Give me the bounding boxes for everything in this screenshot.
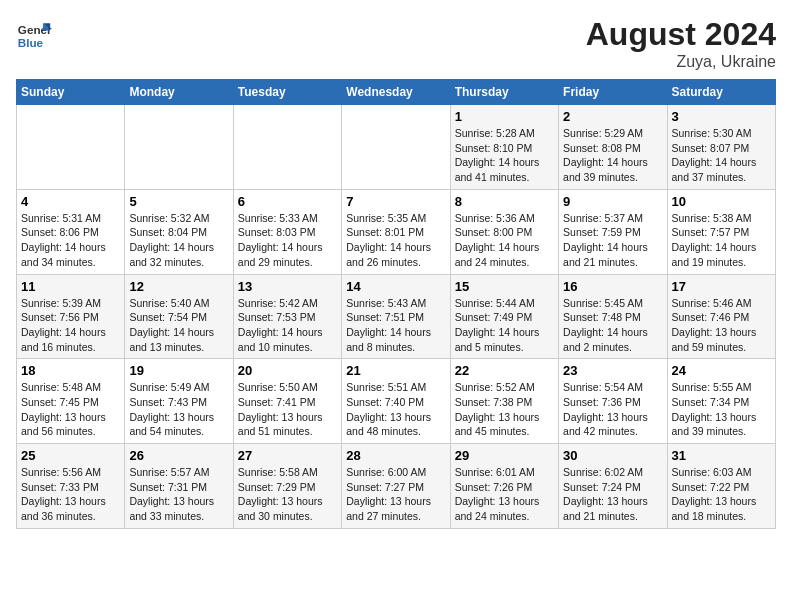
day-header-monday: Monday — [125, 80, 233, 105]
day-info: Sunrise: 5:49 AMSunset: 7:43 PMDaylight:… — [129, 380, 228, 439]
title-block: August 2024 Zuya, Ukraine — [586, 16, 776, 71]
day-info: Sunrise: 5:48 AMSunset: 7:45 PMDaylight:… — [21, 380, 120, 439]
day-number: 23 — [563, 363, 662, 378]
day-info: Sunrise: 5:38 AMSunset: 7:57 PMDaylight:… — [672, 211, 771, 270]
day-info: Sunrise: 5:56 AMSunset: 7:33 PMDaylight:… — [21, 465, 120, 524]
calendar-cell: 20Sunrise: 5:50 AMSunset: 7:41 PMDayligh… — [233, 359, 341, 444]
day-number: 30 — [563, 448, 662, 463]
week-row-5: 25Sunrise: 5:56 AMSunset: 7:33 PMDayligh… — [17, 444, 776, 529]
day-number: 17 — [672, 279, 771, 294]
day-number: 21 — [346, 363, 445, 378]
calendar-cell: 31Sunrise: 6:03 AMSunset: 7:22 PMDayligh… — [667, 444, 775, 529]
day-number: 1 — [455, 109, 554, 124]
day-number: 20 — [238, 363, 337, 378]
calendar-cell: 10Sunrise: 5:38 AMSunset: 7:57 PMDayligh… — [667, 189, 775, 274]
day-info: Sunrise: 6:01 AMSunset: 7:26 PMDaylight:… — [455, 465, 554, 524]
day-number: 24 — [672, 363, 771, 378]
calendar-cell: 26Sunrise: 5:57 AMSunset: 7:31 PMDayligh… — [125, 444, 233, 529]
calendar-cell: 2Sunrise: 5:29 AMSunset: 8:08 PMDaylight… — [559, 105, 667, 190]
day-info: Sunrise: 5:36 AMSunset: 8:00 PMDaylight:… — [455, 211, 554, 270]
calendar-cell: 5Sunrise: 5:32 AMSunset: 8:04 PMDaylight… — [125, 189, 233, 274]
day-info: Sunrise: 5:45 AMSunset: 7:48 PMDaylight:… — [563, 296, 662, 355]
day-number: 25 — [21, 448, 120, 463]
day-number: 16 — [563, 279, 662, 294]
calendar-cell: 18Sunrise: 5:48 AMSunset: 7:45 PMDayligh… — [17, 359, 125, 444]
day-number: 9 — [563, 194, 662, 209]
calendar-cell: 23Sunrise: 5:54 AMSunset: 7:36 PMDayligh… — [559, 359, 667, 444]
calendar-cell: 27Sunrise: 5:58 AMSunset: 7:29 PMDayligh… — [233, 444, 341, 529]
day-number: 8 — [455, 194, 554, 209]
page-subtitle: Zuya, Ukraine — [586, 53, 776, 71]
calendar-cell: 21Sunrise: 5:51 AMSunset: 7:40 PMDayligh… — [342, 359, 450, 444]
day-number: 7 — [346, 194, 445, 209]
day-header-friday: Friday — [559, 80, 667, 105]
day-info: Sunrise: 5:28 AMSunset: 8:10 PMDaylight:… — [455, 126, 554, 185]
day-number: 10 — [672, 194, 771, 209]
day-number: 5 — [129, 194, 228, 209]
day-number: 2 — [563, 109, 662, 124]
day-number: 29 — [455, 448, 554, 463]
svg-text:Blue: Blue — [18, 36, 44, 49]
day-number: 19 — [129, 363, 228, 378]
day-number: 26 — [129, 448, 228, 463]
page-title: August 2024 — [586, 16, 776, 53]
day-info: Sunrise: 5:35 AMSunset: 8:01 PMDaylight:… — [346, 211, 445, 270]
page-header: General Blue August 2024 Zuya, Ukraine — [16, 16, 776, 71]
calendar-cell: 8Sunrise: 5:36 AMSunset: 8:00 PMDaylight… — [450, 189, 558, 274]
day-info: Sunrise: 5:46 AMSunset: 7:46 PMDaylight:… — [672, 296, 771, 355]
calendar-cell: 28Sunrise: 6:00 AMSunset: 7:27 PMDayligh… — [342, 444, 450, 529]
calendar-cell — [342, 105, 450, 190]
day-number: 4 — [21, 194, 120, 209]
calendar-cell: 16Sunrise: 5:45 AMSunset: 7:48 PMDayligh… — [559, 274, 667, 359]
week-row-3: 11Sunrise: 5:39 AMSunset: 7:56 PMDayligh… — [17, 274, 776, 359]
day-number: 27 — [238, 448, 337, 463]
day-number: 14 — [346, 279, 445, 294]
calendar-cell: 9Sunrise: 5:37 AMSunset: 7:59 PMDaylight… — [559, 189, 667, 274]
day-info: Sunrise: 5:32 AMSunset: 8:04 PMDaylight:… — [129, 211, 228, 270]
calendar-cell: 1Sunrise: 5:28 AMSunset: 8:10 PMDaylight… — [450, 105, 558, 190]
calendar-cell: 19Sunrise: 5:49 AMSunset: 7:43 PMDayligh… — [125, 359, 233, 444]
day-info: Sunrise: 5:39 AMSunset: 7:56 PMDaylight:… — [21, 296, 120, 355]
day-number: 12 — [129, 279, 228, 294]
calendar-cell: 30Sunrise: 6:02 AMSunset: 7:24 PMDayligh… — [559, 444, 667, 529]
day-header-tuesday: Tuesday — [233, 80, 341, 105]
week-row-2: 4Sunrise: 5:31 AMSunset: 8:06 PMDaylight… — [17, 189, 776, 274]
day-info: Sunrise: 5:43 AMSunset: 7:51 PMDaylight:… — [346, 296, 445, 355]
day-info: Sunrise: 5:51 AMSunset: 7:40 PMDaylight:… — [346, 380, 445, 439]
calendar-cell — [233, 105, 341, 190]
calendar-table: SundayMondayTuesdayWednesdayThursdayFrid… — [16, 79, 776, 529]
day-info: Sunrise: 5:42 AMSunset: 7:53 PMDaylight:… — [238, 296, 337, 355]
day-info: Sunrise: 5:55 AMSunset: 7:34 PMDaylight:… — [672, 380, 771, 439]
calendar-cell: 13Sunrise: 5:42 AMSunset: 7:53 PMDayligh… — [233, 274, 341, 359]
day-info: Sunrise: 5:44 AMSunset: 7:49 PMDaylight:… — [455, 296, 554, 355]
calendar-cell: 6Sunrise: 5:33 AMSunset: 8:03 PMDaylight… — [233, 189, 341, 274]
day-info: Sunrise: 5:54 AMSunset: 7:36 PMDaylight:… — [563, 380, 662, 439]
day-info: Sunrise: 5:33 AMSunset: 8:03 PMDaylight:… — [238, 211, 337, 270]
week-row-4: 18Sunrise: 5:48 AMSunset: 7:45 PMDayligh… — [17, 359, 776, 444]
day-number: 28 — [346, 448, 445, 463]
day-number: 3 — [672, 109, 771, 124]
day-number: 6 — [238, 194, 337, 209]
calendar-cell: 7Sunrise: 5:35 AMSunset: 8:01 PMDaylight… — [342, 189, 450, 274]
header-row: SundayMondayTuesdayWednesdayThursdayFrid… — [17, 80, 776, 105]
logo: General Blue — [16, 16, 52, 52]
day-number: 13 — [238, 279, 337, 294]
calendar-cell — [17, 105, 125, 190]
calendar-cell: 14Sunrise: 5:43 AMSunset: 7:51 PMDayligh… — [342, 274, 450, 359]
day-info: Sunrise: 5:37 AMSunset: 7:59 PMDaylight:… — [563, 211, 662, 270]
day-header-thursday: Thursday — [450, 80, 558, 105]
logo-icon: General Blue — [16, 16, 52, 52]
day-header-saturday: Saturday — [667, 80, 775, 105]
calendar-cell: 29Sunrise: 6:01 AMSunset: 7:26 PMDayligh… — [450, 444, 558, 529]
day-info: Sunrise: 6:03 AMSunset: 7:22 PMDaylight:… — [672, 465, 771, 524]
day-header-sunday: Sunday — [17, 80, 125, 105]
day-info: Sunrise: 5:29 AMSunset: 8:08 PMDaylight:… — [563, 126, 662, 185]
calendar-cell: 4Sunrise: 5:31 AMSunset: 8:06 PMDaylight… — [17, 189, 125, 274]
day-info: Sunrise: 5:30 AMSunset: 8:07 PMDaylight:… — [672, 126, 771, 185]
day-info: Sunrise: 6:02 AMSunset: 7:24 PMDaylight:… — [563, 465, 662, 524]
day-number: 22 — [455, 363, 554, 378]
calendar-cell: 22Sunrise: 5:52 AMSunset: 7:38 PMDayligh… — [450, 359, 558, 444]
day-info: Sunrise: 5:58 AMSunset: 7:29 PMDaylight:… — [238, 465, 337, 524]
calendar-cell: 12Sunrise: 5:40 AMSunset: 7:54 PMDayligh… — [125, 274, 233, 359]
day-info: Sunrise: 6:00 AMSunset: 7:27 PMDaylight:… — [346, 465, 445, 524]
